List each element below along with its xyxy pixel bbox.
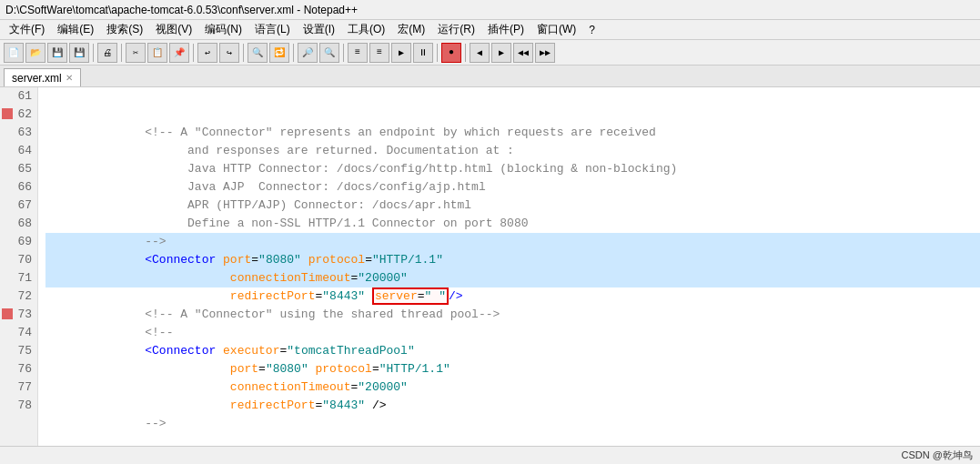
tab-label: server.xml	[12, 72, 62, 85]
toolbar-copy[interactable]: 📋	[147, 43, 167, 63]
toolbar: 📄 📂 💾 💾 🖨 ✂ 📋 📌 ↩ ↪ 🔍 🔁 🔎 🔍 ≡ ≡ ▶ ⏸ ● ◀ …	[0, 40, 980, 66]
code-line-74: <Connector executor="tomcatThreadPool"	[45, 324, 980, 342]
toolbar-print[interactable]: 🖨	[97, 43, 117, 63]
line-64: 64	[0, 142, 37, 160]
editor: 61 62 63 64 65 66 67 68 69 70 71 72 73 7…	[0, 87, 980, 446]
toolbar-paste[interactable]: 📌	[169, 43, 189, 63]
menu-help[interactable]: ?	[583, 22, 601, 38]
menu-edit[interactable]: 编辑(E)	[52, 20, 99, 39]
line-70: 70	[0, 251, 37, 269]
toolbar-sep-2	[121, 44, 122, 62]
menu-view[interactable]: 视图(V)	[150, 20, 197, 39]
toolbar-b7[interactable]: ▶▶	[535, 43, 555, 63]
toolbar-zoom-out[interactable]: 🔍	[319, 43, 339, 63]
line-77: 77	[0, 378, 37, 397]
line-74: 74	[0, 324, 37, 342]
title-text: D:\CSoftWare\tomcat\apache-tomcat-6.0.53…	[5, 4, 358, 16]
title-bar: D:\CSoftWare\tomcat\apache-tomcat-6.0.53…	[0, 0, 980, 20]
menu-search[interactable]: 搜索(S)	[101, 20, 148, 39]
line-number-gutter: 61 62 63 64 65 66 67 68 69 70 71 72 73 7…	[0, 87, 38, 446]
toolbar-sep-8	[465, 44, 466, 62]
menu-file[interactable]: 文件(F)	[4, 20, 50, 39]
line-66: 66	[0, 178, 37, 197]
toolbar-outdent[interactable]: ≡	[369, 43, 389, 63]
toolbar-sep-7	[437, 44, 438, 62]
line-65: 65	[0, 160, 37, 178]
toolbar-open[interactable]: 📂	[25, 43, 45, 63]
toolbar-b6[interactable]: ◀◀	[513, 43, 533, 63]
line-75: 75	[0, 342, 37, 360]
menu-language[interactable]: 语言(L)	[249, 20, 296, 39]
line-67: 67	[0, 197, 37, 215]
menu-tools[interactable]: 工具(O)	[342, 20, 390, 39]
line-73: 73	[0, 306, 37, 324]
menu-window[interactable]: 窗口(W)	[531, 20, 581, 39]
line-76: 76	[0, 360, 37, 378]
menu-run[interactable]: 运行(R)	[432, 20, 480, 39]
toolbar-sep-4	[243, 44, 244, 62]
menu-plugins[interactable]: 插件(P)	[482, 20, 530, 39]
toolbar-redo[interactable]: ↪	[219, 43, 239, 63]
toolbar-b4[interactable]: ◀	[470, 43, 490, 63]
menu-settings[interactable]: 设置(I)	[298, 20, 340, 39]
line-63: 63	[0, 124, 37, 142]
line-72: 72	[0, 287, 37, 306]
toolbar-b1[interactable]: ▶	[391, 43, 411, 63]
toolbar-sep-3	[193, 44, 194, 62]
credit-text: CSDN @乾坤鸟	[902, 449, 973, 462]
tab-bar: server.xml ✕	[0, 66, 980, 87]
status-bar: CSDN @乾坤鸟	[0, 446, 980, 464]
toolbar-save[interactable]: 💾	[47, 43, 67, 63]
code-area[interactable]: <!-- A "Connector" represents an endpoin…	[38, 87, 980, 446]
toolbar-b2[interactable]: ⏸	[413, 43, 433, 63]
toolbar-indent[interactable]: ≡	[348, 43, 368, 63]
line-62: 62	[0, 106, 37, 124]
toolbar-replace[interactable]: 🔁	[269, 43, 289, 63]
menu-macro[interactable]: 宏(M)	[392, 20, 430, 39]
line-68: 68	[0, 215, 37, 233]
tab-close-icon[interactable]: ✕	[66, 73, 73, 83]
menu-bar: 文件(F) 编辑(E) 搜索(S) 视图(V) 编码(N) 语言(L) 设置(I…	[0, 20, 980, 40]
toolbar-saveall[interactable]: 💾	[69, 43, 89, 63]
toolbar-sep-5	[293, 44, 294, 62]
toolbar-find[interactable]: 🔍	[248, 43, 268, 63]
toolbar-cut[interactable]: ✂	[126, 43, 146, 63]
code-line-61	[45, 87, 980, 106]
tab-server-xml[interactable]: server.xml ✕	[4, 68, 81, 86]
toolbar-b5[interactable]: ▶	[491, 43, 511, 63]
line-69: 69	[0, 233, 37, 251]
toolbar-sep-6	[343, 44, 344, 62]
line-78: 78	[0, 397, 37, 415]
toolbar-zoom-in[interactable]: 🔎	[298, 43, 318, 63]
menu-encoding[interactable]: 编码(N)	[199, 20, 248, 39]
toolbar-undo[interactable]: ↩	[197, 43, 217, 63]
code-line-62: <!-- A "Connector" represents an endpoin…	[45, 106, 980, 124]
toolbar-new[interactable]: 📄	[4, 43, 24, 63]
line-71: 71	[0, 269, 37, 287]
code-line-69: <Connector port="8080" protocol="HTTP/1.…	[45, 233, 980, 251]
toolbar-sep-1	[93, 44, 94, 62]
toolbar-b3[interactable]: ●	[441, 43, 461, 63]
line-61: 61	[0, 87, 37, 106]
